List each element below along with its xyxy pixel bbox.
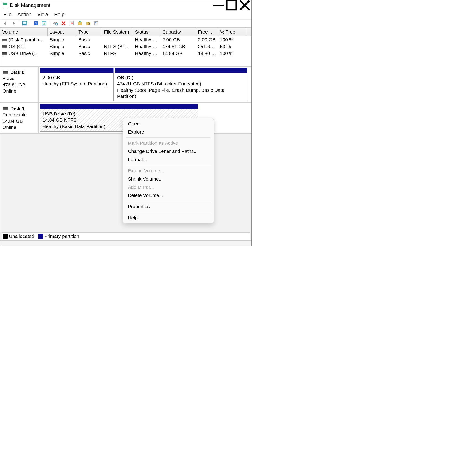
context-menu: Open Explore Mark Partition as Active Ch… (123, 118, 214, 223)
menu-action[interactable]: Action (17, 12, 31, 17)
volume-row[interactable]: USB Drive (...SimpleBasicNTFSHealthy (B.… (0, 50, 251, 57)
ctx-mark-active: Mark Partition as Active (123, 139, 214, 147)
partition-container: 2.00 GBHealthy (EFI System Partition)OS … (39, 67, 251, 102)
ctx-extend: Extend Volume... (123, 167, 214, 175)
disk-icon (2, 107, 8, 110)
menu-file[interactable]: File (3, 12, 11, 17)
window-frame: Disk Management File Action View Help ? … (0, 0, 252, 246)
maximize-button[interactable] (225, 0, 238, 10)
ctx-separator (126, 137, 211, 138)
volume-list-body: (Disk 0 partition 1)SimpleBasicHealthy (… (0, 36, 251, 66)
toolbar-separator (19, 20, 19, 26)
column-status[interactable]: Status (133, 28, 161, 36)
minimize-button[interactable] (212, 0, 225, 10)
column-layout[interactable]: Layout (48, 28, 76, 36)
legend: Unallocated Primary partition (2, 232, 250, 240)
swatch-blue-icon (38, 234, 43, 239)
ctx-properties[interactable]: Properties (123, 203, 214, 211)
volume-list: Volume Layout Type File System Status Ca… (0, 28, 251, 66)
partition-header-bar (40, 68, 113, 73)
show-hide-tree-button[interactable] (21, 20, 28, 26)
toolbar-separator (30, 20, 30, 26)
close-button[interactable] (238, 0, 251, 10)
column-type[interactable]: Type (76, 28, 102, 36)
ctx-open[interactable]: Open (123, 120, 214, 128)
svg-point-19 (95, 22, 96, 23)
svg-text:?: ? (35, 22, 36, 25)
ctx-separator (126, 165, 211, 165)
toolbar: ? (0, 19, 251, 28)
help-button[interactable]: ? (32, 20, 40, 26)
ctx-explore[interactable]: Explore (123, 128, 214, 136)
back-button[interactable] (2, 20, 9, 26)
volume-row[interactable]: (Disk 0 partition 1)SimpleBasicHealthy (… (0, 36, 251, 43)
partition-header-bar (115, 68, 247, 73)
search-button[interactable] (85, 20, 92, 26)
ctx-shrink[interactable]: Shrink Volume... (123, 175, 214, 183)
disk-icon (2, 71, 8, 74)
menu-view[interactable]: View (37, 12, 48, 17)
partition-header-bar (40, 104, 198, 109)
settings-button[interactable] (93, 20, 100, 26)
svg-rect-1 (227, 1, 236, 10)
ctx-add-mirror: Add Mirror... (123, 183, 214, 191)
partition[interactable]: 2.00 GBHealthy (EFI System Partition) (40, 68, 114, 101)
partition[interactable]: OS (C:)474.81 GB NTFS (BitLocker Encrypt… (115, 68, 247, 101)
ctx-separator (126, 212, 211, 212)
window-controls (212, 0, 251, 10)
volume-header-row: Volume Layout Type File System Status Ca… (0, 28, 251, 36)
column-pct-free[interactable]: % Free (218, 28, 246, 36)
window-title: Disk Management (10, 2, 50, 8)
disk-row: Disk 0Basic476.81 GBOnline2.00 GBHealthy… (0, 67, 251, 103)
app-icon (2, 3, 8, 8)
toolbar-separator (50, 20, 50, 26)
disk-icon (2, 52, 7, 55)
legend-primary: Primary partition (38, 234, 79, 239)
refresh-button[interactable] (40, 20, 48, 26)
ctx-help[interactable]: Help (123, 214, 214, 222)
column-capacity[interactable]: Capacity (161, 28, 196, 36)
volume-row[interactable]: OS (C:)SimpleBasicNTFS (BitLo...Healthy … (0, 43, 251, 50)
forward-button[interactable] (10, 20, 17, 26)
column-volume[interactable]: Volume (0, 28, 48, 36)
menubar: File Action View Help (0, 10, 251, 19)
titlebar: Disk Management (0, 0, 251, 10)
legend-unallocated: Unallocated (3, 234, 34, 239)
menu-help[interactable]: Help (54, 12, 64, 17)
ctx-format[interactable]: Format... (123, 155, 214, 164)
column-free-space[interactable]: Free Spa... (196, 28, 218, 36)
svg-rect-5 (23, 24, 26, 25)
disk-info[interactable]: Disk 1Removable14.84 GBOnline (0, 103, 39, 133)
rescan-disks-button[interactable] (51, 20, 59, 26)
delete-button[interactable] (60, 20, 67, 26)
ctx-change-letter[interactable]: Change Drive Letter and Paths... (123, 147, 214, 155)
ctx-delete[interactable]: Delete Volume... (123, 191, 214, 200)
disk-info[interactable]: Disk 0Basic476.81 GBOnline (0, 67, 39, 102)
swatch-black-icon (3, 234, 8, 239)
import-button[interactable] (76, 20, 84, 26)
properties-button[interactable] (68, 20, 75, 26)
column-filesystem[interactable]: File System (102, 28, 133, 36)
svg-point-20 (95, 24, 96, 25)
ctx-separator (126, 201, 211, 201)
disk-icon (2, 45, 7, 48)
svg-rect-18 (94, 22, 98, 25)
status-bar (0, 240, 251, 246)
disk-icon (2, 39, 7, 41)
